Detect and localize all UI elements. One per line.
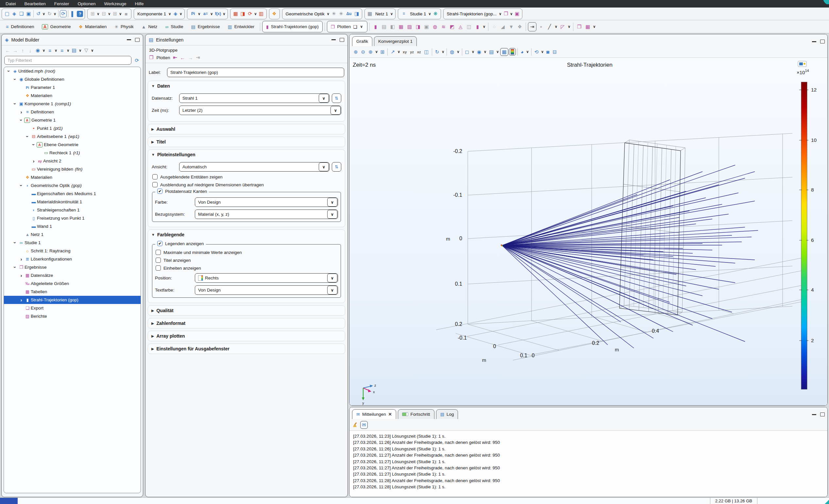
expand-arrow-icon[interactable]: › — [18, 109, 24, 115]
collapse-all-icon[interactable]: ≡ — [59, 46, 65, 54]
ribbon-tool-icon-2[interactable]: ╱ — [546, 23, 553, 31]
add-node-icon[interactable]: ⊞ — [111, 10, 118, 17]
forward-icon[interactable]: → — [12, 46, 19, 54]
next-plot-icon[interactable]: → — [188, 55, 193, 61]
chevron-down-icon[interactable]: ∨ — [168, 12, 172, 16]
tree-item[interactable]: ›≣Löserkonfigurationen — [4, 255, 141, 263]
zeit-select[interactable]: Letzter (2)∨ — [179, 106, 341, 115]
refresh-filter-icon[interactable]: ⟳ — [133, 57, 140, 64]
ribbon-tab-definitionen[interactable]: ≡Definitionen — [2, 21, 38, 32]
chevron-down-icon[interactable]: ∨ — [441, 50, 445, 54]
show-title-checkbox[interactable] — [155, 258, 161, 263]
minimize-icon[interactable] — [812, 414, 816, 415]
chevron-down-icon[interactable]: ∨ — [330, 106, 340, 115]
collapse-arrow-icon[interactable]: › — [31, 142, 37, 148]
chevron-down-icon[interactable]: ∨ — [107, 12, 111, 16]
tree-item[interactable]: ▬Wand 1 — [4, 222, 141, 230]
open-file-icon[interactable]: ❏ — [18, 10, 25, 17]
chevron-down-icon[interactable]: ∨ — [327, 198, 337, 207]
chevron-down-icon[interactable]: ∨ — [567, 25, 571, 29]
ribbon-plot-type-icon-11[interactable]: ◫ — [465, 23, 473, 31]
study-select[interactable]: Studie 1 — [408, 11, 428, 16]
section-ausgabefenster-header[interactable]: ▶Einstellungen für Ausgabefenster — [148, 344, 345, 354]
back-icon[interactable]: ← — [4, 46, 11, 54]
show-legends-checkbox[interactable] — [157, 241, 163, 246]
variables-icon[interactable]: a= — [202, 10, 210, 17]
chevron-down-icon[interactable]: ∨ — [42, 48, 46, 52]
node-columns-icon[interactable]: ▤ — [71, 46, 77, 54]
chevron-down-icon[interactable]: ∨ — [90, 48, 94, 52]
geometry-import-icon[interactable]: ◨ — [239, 10, 246, 17]
scene-light-icon[interactable]: ◍ — [448, 48, 455, 56]
minimize-icon[interactable] — [127, 39, 131, 40]
ribbon-plot-type-icon-7[interactable]: ◍ — [431, 23, 439, 31]
menu-item-werkzeuge[interactable]: Werkzeuge — [100, 1, 131, 7]
chevron-down-icon[interactable]: ∨ — [397, 50, 401, 54]
tree-item[interactable]: ▬Eigenschaften des Mediums 1 — [4, 189, 141, 198]
maximize-icon[interactable] — [135, 38, 140, 42]
chevron-down-icon[interactable]: ∨ — [222, 12, 226, 16]
chevron-down-icon[interactable]: ∨ — [540, 50, 544, 54]
move-up-icon[interactable]: ↑ — [19, 46, 26, 54]
label-field[interactable]: Strahl-Trajektorien (gop) — [167, 68, 344, 77]
ribbon-aux-icon-1[interactable]: ◢ — [499, 23, 507, 31]
physics-import-icon[interactable]: ◨ — [353, 10, 360, 17]
chevron-down-icon[interactable]: ∨ — [179, 12, 183, 16]
rebuild-icon[interactable]: ⟳ — [247, 10, 253, 17]
camera-icon[interactable]: ◫ — [423, 48, 430, 56]
open-messages-window-icon[interactable]: ✉ — [360, 421, 368, 429]
chevron-down-icon[interactable]: ∨ — [471, 50, 475, 54]
help-icon[interactable]: ? — [77, 11, 83, 17]
expand-arrow-icon[interactable]: › — [31, 158, 37, 164]
expand-arrow-icon[interactable]: › — [18, 273, 24, 278]
chevron-down-icon[interactable]: ∨ — [483, 50, 487, 54]
ribbon-tab-entwickler[interactable]: ▥Entwickler — [224, 21, 258, 32]
tree-item[interactable]: ›AGeometrie 1 — [4, 116, 141, 124]
ribbon-plot-type-icon-10[interactable]: ◬ — [457, 23, 465, 31]
ribbon-tab-physik[interactable]: ✳Physik — [111, 21, 137, 32]
propagate-hiding-checkbox[interactable] — [152, 182, 157, 187]
chevron-down-icon[interactable]: ∨ — [327, 274, 337, 282]
tree-item[interactable]: ›▦Datensätze — [4, 271, 141, 280]
textfarbe-select[interactable]: Von Design∨ — [195, 285, 338, 295]
datensatz-select[interactable]: Strahl 1∨ — [179, 94, 329, 103]
expand-arrow-icon[interactable]: › — [18, 297, 24, 303]
collapse-arrow-icon[interactable]: › — [25, 134, 30, 140]
tree-item[interactable]: ›▣Komponente 1(comp1) — [4, 100, 141, 108]
expand-arrow-icon[interactable]: › — [18, 256, 24, 262]
ribbon-tab-ergebnisse[interactable]: ▤Ergebnisse — [188, 21, 224, 32]
chevron-down-icon[interactable]: ∨ — [428, 12, 432, 16]
ribbon-aux-icon-0[interactable]: ◌ — [490, 23, 498, 31]
farbe-select[interactable]: Von Design∨ — [195, 197, 338, 207]
zoom-box-icon[interactable]: ⊕ — [367, 48, 374, 56]
chevron-down-icon[interactable]: ∨ — [360, 25, 363, 29]
boundary-condition-icon[interactable]: Δu — [345, 10, 353, 17]
section-array-plotten-header[interactable]: ▶Array plotten — [148, 331, 345, 341]
chevron-down-icon[interactable]: ∨ — [509, 12, 513, 16]
tree-item[interactable]: ▦Tabellen — [4, 288, 141, 296]
physics-select[interactable]: Geometrische Optik — [284, 11, 326, 16]
chevron-down-icon[interactable]: ∨ — [210, 12, 213, 16]
chevron-down-icon[interactable]: ∨ — [197, 12, 201, 16]
chevron-down-icon[interactable]: ∨ — [42, 12, 46, 16]
menu-item-fenster[interactable]: Fenster — [50, 1, 74, 7]
physics-node-icon[interactable]: ✳ — [338, 10, 345, 17]
ribbon-tab-materialien[interactable]: ❖Materialien — [75, 21, 110, 32]
tree-item[interactable]: ›◈Untitled.mph(root) — [4, 67, 141, 75]
chevron-down-icon[interactable]: ∨ — [118, 12, 122, 16]
compute-icon[interactable]: = — [400, 10, 408, 17]
tree-item[interactable]: ❏Export — [4, 304, 141, 312]
ansicht-select[interactable]: Automatisch∨ — [179, 162, 329, 172]
plot-image-export-icon[interactable] — [798, 61, 806, 67]
tree-item[interactable]: ❖Materialien — [4, 173, 141, 181]
tree-item[interactable]: ›xyAnsicht 2 — [4, 157, 141, 165]
chevron-down-icon[interactable]: ∨ — [78, 48, 82, 52]
documentation-icon[interactable]: ▌ — [70, 10, 76, 17]
ribbon-plot-type-icon-1[interactable]: ▤ — [380, 23, 388, 31]
functions-icon[interactable]: f(x) — [214, 10, 222, 17]
ribbon-plot-type-icon-5[interactable]: ◨ — [414, 23, 422, 31]
component-select[interactable]: Komponente 1 — [136, 11, 168, 16]
update-solution-icon[interactable]: ⟳ — [60, 10, 67, 17]
snapshot-icon[interactable]: ◙ — [545, 48, 550, 55]
transparency-icon[interactable]: ◻ — [464, 48, 470, 56]
